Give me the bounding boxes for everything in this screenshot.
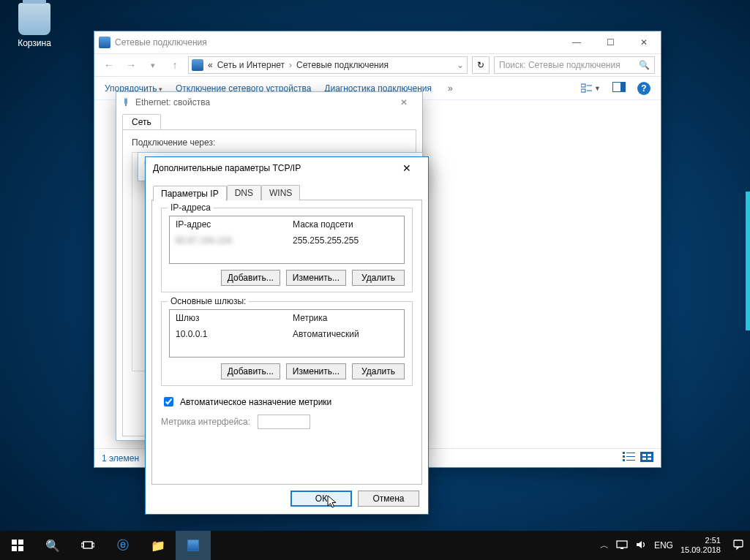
recycle-bin-label: Корзина xyxy=(7,38,61,48)
start-button[interactable] xyxy=(0,531,35,560)
large-icons-view-icon[interactable] xyxy=(640,452,653,464)
svg-rect-24 xyxy=(83,542,92,548)
advanced-tcpip-dialog: Дополнительные параметры TCP/IP ✕ Параме… xyxy=(145,156,429,515)
nav-forward-button[interactable]: → xyxy=(122,59,140,71)
network-connections-icon xyxy=(187,540,199,551)
help-button[interactable]: ? xyxy=(637,82,650,95)
explorer-address-bar: ← → ▾ ↑ « Сеть и Интернет › Сетевые подк… xyxy=(94,53,661,77)
advanced-tabs: Параметры IP DNS WINS xyxy=(153,185,421,200)
ethernet-close-button[interactable]: ✕ xyxy=(390,91,418,113)
cancel-button[interactable]: Отмена xyxy=(358,491,419,507)
advanced-titlebar[interactable]: Дополнительные параметры TCP/IP ✕ xyxy=(146,157,428,179)
explorer-titlebar[interactable]: Сетевые подключения — ☐ ✕ xyxy=(94,31,661,53)
network-tray-icon[interactable] xyxy=(616,540,628,552)
close-button[interactable]: ✕ xyxy=(627,31,661,53)
search-input[interactable]: Поиск: Сетевые подключения 🔍 xyxy=(494,56,655,74)
advanced-title: Дополнительные параметры TCP/IP xyxy=(153,163,301,173)
search-icon: 🔍 xyxy=(639,60,650,70)
tab-dns[interactable]: DNS xyxy=(227,185,261,200)
recycle-bin[interactable]: Корзина xyxy=(7,3,61,48)
folder-icon: 📁 xyxy=(151,539,165,553)
ip-add-button[interactable]: Добавить... xyxy=(221,270,280,286)
breadcrumb-2[interactable]: Сетевые подключения xyxy=(296,60,389,70)
taskbar-network-connections[interactable] xyxy=(176,531,211,560)
toolbar-more[interactable]: » xyxy=(448,83,453,94)
chevron-right-icon[interactable]: › xyxy=(289,60,292,70)
nav-recent-button[interactable]: ▾ xyxy=(144,61,162,70)
ip-edit-button[interactable]: Изменить... xyxy=(286,270,346,286)
gateway-metric-value: Автоматический xyxy=(287,326,404,342)
gateway-value: 10.0.0.1 xyxy=(170,326,287,342)
task-view-icon xyxy=(81,540,94,550)
auto-metric-checkbox[interactable] xyxy=(164,397,173,406)
mask-value: 255.255.255.255 xyxy=(287,232,404,249)
action-center-icon[interactable] xyxy=(732,539,744,553)
svg-rect-12 xyxy=(641,453,653,462)
col-gateway: Шлюз xyxy=(170,310,287,326)
col-metric: Метрика xyxy=(287,310,404,326)
search-icon: 🔍 xyxy=(45,539,60,553)
svg-rect-9 xyxy=(626,453,635,453)
preview-pane-icon[interactable] xyxy=(612,82,626,94)
svg-rect-22 xyxy=(12,546,17,551)
advanced-pane: IP-адреса IP-адрес Маска подсети 80.87.1… xyxy=(151,200,422,485)
table-row: 80.87.194.104 255.255.255.255 xyxy=(170,232,404,249)
maximize-button[interactable]: ☐ xyxy=(593,31,627,53)
svg-rect-13 xyxy=(642,454,646,456)
svg-rect-28 xyxy=(620,548,623,549)
address-box[interactable]: « Сеть и Интернет › Сетевые подключения … xyxy=(188,56,468,74)
address-dropdown-icon[interactable]: ⌄ xyxy=(457,60,464,70)
address-icon xyxy=(192,59,203,71)
iface-metric-label: Метрика интерфейса: xyxy=(161,417,250,427)
gw-edit-button[interactable]: Изменить... xyxy=(286,363,346,379)
cursor-icon xyxy=(327,495,339,510)
accent-edge xyxy=(746,192,750,330)
status-item-count: 1 элемен xyxy=(102,453,139,463)
volume-tray-icon[interactable] xyxy=(635,540,647,552)
ip-addresses-list[interactable]: IP-адрес Маска подсети 80.87.194.104 255… xyxy=(169,216,405,264)
search-button[interactable]: 🔍 xyxy=(35,531,70,560)
refresh-button[interactable]: ↻ xyxy=(472,56,490,74)
breadcrumb-1[interactable]: Сеть и Интернет xyxy=(217,60,285,70)
language-indicator[interactable]: ENG xyxy=(654,540,673,550)
explorer-title: Сетевые подключения xyxy=(115,37,207,48)
svg-rect-29 xyxy=(734,540,743,547)
ip-addresses-group: IP-адреса IP-адрес Маска подсети 80.87.1… xyxy=(161,208,413,292)
svg-rect-11 xyxy=(626,460,635,461)
view-options-icon[interactable]: ▼ xyxy=(581,83,601,94)
gw-add-button[interactable]: Добавить... xyxy=(221,363,280,379)
nav-back-button[interactable]: ← xyxy=(100,59,118,71)
svg-rect-19 xyxy=(125,104,127,106)
svg-rect-10 xyxy=(626,456,635,457)
ok-button[interactable]: ОК xyxy=(290,491,352,507)
advanced-close-button[interactable]: ✕ xyxy=(393,159,421,178)
svg-rect-15 xyxy=(642,458,646,460)
adapter-icon xyxy=(121,97,131,109)
svg-rect-26 xyxy=(92,543,94,547)
minimize-button[interactable]: — xyxy=(560,31,593,53)
ip-delete-button[interactable]: Удалить xyxy=(352,270,405,286)
gateways-legend: Основные шлюзы: xyxy=(168,296,249,306)
gw-delete-button[interactable]: Удалить xyxy=(352,363,405,379)
tray-overflow-icon[interactable]: ︿ xyxy=(600,540,609,552)
ethernet-titlebar[interactable]: Ethernet: свойства ✕ xyxy=(116,92,422,113)
nav-up-button[interactable]: ↑ xyxy=(166,59,184,71)
tray-time: 2:51 xyxy=(680,536,721,545)
svg-rect-14 xyxy=(648,454,651,456)
connect-via-label: Подключение через: xyxy=(132,137,407,148)
tab-ip-settings[interactable]: Параметры IP xyxy=(153,186,227,201)
svg-rect-20 xyxy=(12,540,17,545)
gateways-group: Основные шлюзы: Шлюз Метрика 10.0.0.1 Ав… xyxy=(161,301,413,386)
table-row: 10.0.0.1 Автоматический xyxy=(170,326,404,342)
svg-point-18 xyxy=(124,97,127,98)
svg-rect-25 xyxy=(81,543,83,547)
gateways-list[interactable]: Шлюз Метрика 10.0.0.1 Автоматический xyxy=(169,309,405,357)
details-view-icon[interactable] xyxy=(623,452,636,464)
tab-wins[interactable]: WINS xyxy=(261,185,300,200)
tab-network[interactable]: Сеть xyxy=(122,114,161,129)
tray-clock[interactable]: 2:51 15.09.2018 xyxy=(680,536,725,554)
task-view-button[interactable] xyxy=(70,531,105,560)
svg-rect-7 xyxy=(623,455,625,458)
taskbar-ie[interactable]: ⓔ xyxy=(105,531,140,560)
taskbar-file-explorer[interactable]: 📁 xyxy=(140,531,176,560)
